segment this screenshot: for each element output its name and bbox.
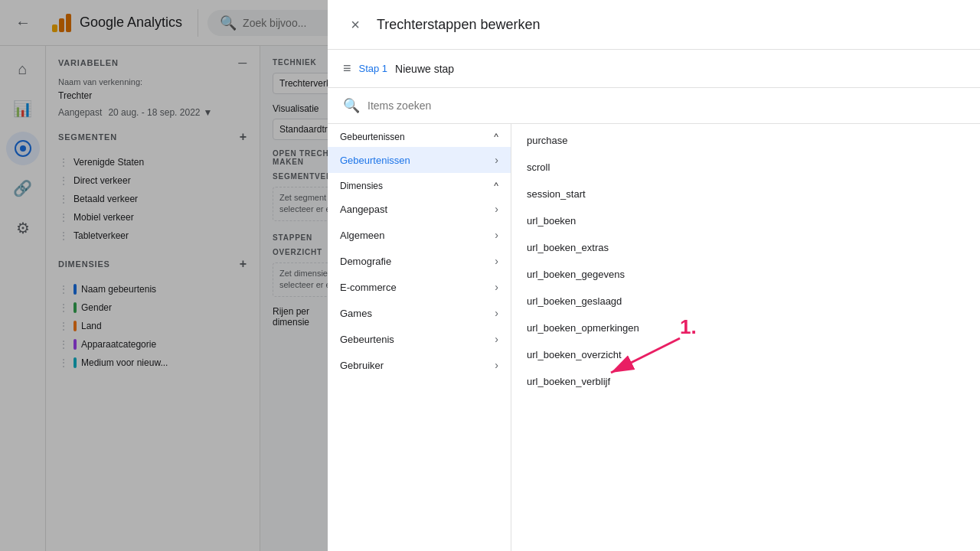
modal-header: × Trechterstappen bewerken [328,0,980,50]
cat-collapse-icon[interactable]: ^ [494,132,498,142]
cat-item-gebeurtenissen[interactable]: Gebeurtenissen › [328,147,511,173]
chevron-right-icon: › [495,307,498,319]
cat-item-gebeurtenis[interactable]: Gebeurtenis › [328,326,511,352]
chevron-right-icon: › [495,281,498,293]
step-header: ≡ Stap 1 Nieuwe stap [328,50,980,88]
list-item[interactable]: scroll [511,154,980,181]
list-item[interactable]: url_boeken_geslaagd [511,288,980,315]
cat-collapse-icon[interactable]: ^ [494,181,498,191]
watermark: kevindamstra.com [887,530,968,542]
cat-section-dimensies: Dimensies ^ [328,173,511,196]
step-name: Nieuwe stap [395,63,454,75]
modal-title: Trechterstappen bewerken [377,17,540,33]
modal-search-icon: 🔍 [343,97,360,114]
modal-search-input[interactable] [368,99,965,112]
list-item[interactable]: url_boeken_opmerkingen [511,315,980,341]
list-item[interactable]: session_start [511,181,980,207]
cat-item-aangepast[interactable]: Aangepast › [328,196,511,222]
list-item[interactable]: url_boeken_extras [511,234,980,261]
chevron-right-icon: › [495,333,498,345]
step-sort-icon: ≡ [343,60,351,77]
cat-item-ecommerce[interactable]: E-commerce › [328,274,511,300]
list-item[interactable]: url_boeken_gegevens [511,261,980,288]
cat-item-demografie[interactable]: Demografie › [328,248,511,274]
chevron-right-icon: › [495,359,498,371]
modal-content: Gebeurtenissen ^ Gebeurtenissen › Dimens… [328,124,980,551]
modal-search-bar[interactable]: 🔍 [328,88,980,124]
step-label: Stap 1 [359,63,388,74]
category-list: Gebeurtenissen ^ Gebeurtenissen › Dimens… [328,124,511,551]
list-item[interactable]: url_boeken_verblijf [511,368,980,395]
cat-item-games[interactable]: Games › [328,300,511,326]
cat-section-gebeurtenissen: Gebeurtenissen ^ [328,124,511,147]
list-item[interactable]: url_boeken_overzicht [511,341,980,368]
modal: × Trechterstappen bewerken ≡ Stap 1 Nieu… [328,0,980,551]
list-item[interactable]: url_boeken [511,207,980,234]
cat-item-algemeen[interactable]: Algemeen › [328,222,511,248]
cat-item-gebruiker[interactable]: Gebruiker › [328,352,511,378]
item-list: purchase scroll session_start url_boeken… [511,124,980,551]
chevron-right-icon: › [495,203,498,215]
chevron-right-icon: › [495,255,498,267]
chevron-right-icon: › [495,154,498,166]
chevron-right-icon: › [495,229,498,241]
list-item[interactable]: purchase [511,127,980,154]
modal-close-button[interactable]: × [343,12,368,37]
